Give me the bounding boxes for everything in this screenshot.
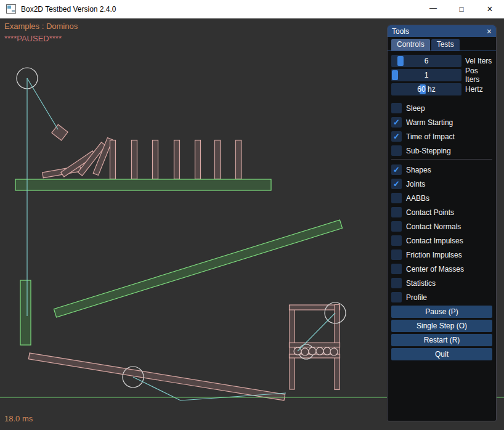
restart-button[interactable]: Restart (R)	[391, 334, 492, 346]
tools-panel-body: 6 Vel Iters 1 Pos Iters 60 hz	[388, 51, 496, 360]
panel-buttons: Pause (P)Single Step (O)Restart (R)Quit	[391, 306, 492, 360]
checkbox-box[interactable]: ✓	[391, 278, 402, 288]
spacer	[391, 97, 492, 102]
checkbox-label: Contact Points	[406, 208, 454, 217]
maximize-button[interactable]: □	[447, 0, 476, 18]
checkbox-center-of-masses[interactable]: ✓Center of Masses	[391, 263, 492, 275]
dynamic-body-rect	[195, 140, 201, 179]
app-icon	[6, 4, 16, 14]
checkbox-box[interactable]: ✓	[391, 207, 402, 217]
checkbox-box[interactable]: ✓	[391, 117, 402, 128]
checkbox-sleep[interactable]: ✓Sleep	[391, 102, 492, 114]
checkbox-time-of-impact[interactable]: ✓Time of Impact	[391, 131, 492, 142]
checkbox-label: Friction Impulses	[406, 251, 462, 259]
slider-value: 60 hz	[391, 83, 461, 95]
dynamic-body-rect	[236, 140, 242, 179]
window-titlebar[interactable]: Box2D Testbed Version 2.4.0 — □ ×	[0, 0, 504, 18]
dynamic-body-rect	[215, 140, 221, 179]
hertz-slider[interactable]: 60 hz	[391, 83, 461, 95]
slider-value: 1	[391, 69, 461, 81]
panel-close-button[interactable]: ×	[487, 27, 492, 36]
close-icon: ×	[487, 4, 492, 15]
checkbox-label: Contact Normals	[406, 222, 461, 231]
slider-value: 6	[391, 55, 461, 67]
checkbox-label: Shapes	[406, 166, 431, 174]
ball-circle	[316, 347, 323, 355]
checkbox-box[interactable]: ✓	[391, 164, 402, 175]
checkbox-label: Time of Impact	[406, 132, 455, 141]
checkbox-sub-stepping[interactable]: ✓Sub-Stepping	[391, 145, 492, 156]
close-button[interactable]: ×	[476, 0, 504, 18]
dynamic-body-rect	[110, 140, 116, 179]
checkbox-label: Profile	[406, 293, 427, 302]
checkbox-box[interactable]: ✓	[391, 292, 402, 302]
checkbox-box[interactable]: ✓	[391, 193, 402, 203]
checkbox-contact-impulses[interactable]: ✓Contact Impulses	[391, 235, 492, 246]
dynamic-body-rect	[290, 343, 340, 347]
checkbox-label: Center of Masses	[406, 265, 464, 274]
tools-tabbar: Controls Tests	[388, 37, 496, 51]
ball-circle	[309, 347, 316, 355]
pos-iters-slider[interactable]: 1	[391, 69, 461, 81]
separator	[391, 159, 492, 160]
tools-panel-header[interactable]: Tools ×	[388, 25, 496, 37]
checkbox-label: Warm Starting	[406, 118, 453, 127]
checkbox-shapes[interactable]: ✓Shapes	[391, 164, 492, 176]
checkbox-box[interactable]: ✓	[391, 179, 402, 189]
maximize-icon: □	[459, 5, 463, 14]
ball-circle	[323, 347, 331, 355]
dynamic-body-rect	[174, 140, 180, 179]
window-controls: — □ ×	[419, 0, 504, 18]
checkbox-label: AABBs	[406, 194, 429, 203]
checkbox-label: Sub-Stepping	[406, 147, 451, 155]
joint-line	[27, 78, 58, 129]
hertz-row: 60 hz Hertz	[391, 83, 492, 95]
checkbox-box[interactable]: ✓	[391, 264, 402, 274]
checkbox-box[interactable]: ✓	[391, 131, 402, 142]
slider-label: Hertz	[465, 85, 483, 94]
dynamic-body-rect	[153, 140, 158, 179]
window-title: Box2D Testbed Version 2.4.0	[21, 5, 116, 14]
dynamic-body-rect	[52, 124, 68, 140]
single-step-button[interactable]: Single Step (O)	[391, 320, 492, 332]
slider-label: Pos Iters	[465, 67, 492, 84]
checkbox-statistics[interactable]: ✓Statistics	[391, 277, 492, 289]
minimize-icon: —	[429, 4, 437, 12]
checkbox-friction-impulses[interactable]: ✓Friction Impulses	[391, 249, 492, 261]
static-body-rect	[20, 280, 31, 345]
ball-circle	[301, 348, 309, 355]
static-body-rect	[15, 179, 271, 190]
checkbox-aabbs[interactable]: ✓AABBs	[391, 192, 492, 204]
slider-label: Vel Iters	[465, 57, 492, 65]
dynamic-body-rect	[132, 140, 137, 179]
checkbox-box[interactable]: ✓	[391, 249, 402, 260]
checkbox-box[interactable]: ✓	[391, 235, 402, 246]
pos-iters-row: 1 Pos Iters	[391, 69, 492, 81]
checkbox-box[interactable]: ✓	[391, 145, 402, 156]
tools-panel-title: Tools	[392, 27, 409, 36]
check-icon: ✓	[393, 132, 400, 140]
quit-button[interactable]: Quit	[391, 348, 492, 360]
static-body-rect	[54, 220, 342, 317]
checkbox-joints[interactable]: ✓Joints	[391, 178, 492, 190]
vel-iters-slider[interactable]: 6	[391, 55, 461, 67]
checkbox-groups: ✓Sleep✓Warm Starting✓Time of Impact✓Sub-…	[391, 102, 492, 303]
check-icon: ✓	[393, 180, 400, 188]
ball-circle	[330, 348, 338, 355]
dynamic-body-rect	[28, 353, 285, 400]
checkbox-box[interactable]: ✓	[391, 221, 402, 232]
pause-button[interactable]: Pause (P)	[391, 306, 492, 318]
checkbox-box[interactable]: ✓	[391, 103, 402, 113]
checkbox-warm-starting[interactable]: ✓Warm Starting	[391, 116, 492, 128]
checkbox-contact-points[interactable]: ✓Contact Points	[391, 206, 492, 218]
dynamic-body-rect	[290, 305, 340, 310]
check-icon: ✓	[393, 166, 400, 174]
simulation-canvas[interactable]: Examples : Dominos ****PAUSED**** 18.0 m…	[0, 18, 504, 430]
tab-controls[interactable]: Controls	[391, 39, 430, 51]
checkbox-label: Statistics	[406, 279, 436, 288]
vel-iters-row: 6 Vel Iters	[391, 55, 492, 67]
minimize-button[interactable]: —	[419, 0, 447, 18]
checkbox-profile[interactable]: ✓Profile	[391, 291, 492, 303]
checkbox-contact-normals[interactable]: ✓Contact Normals	[391, 221, 492, 232]
tab-tests[interactable]: Tests	[431, 39, 460, 51]
